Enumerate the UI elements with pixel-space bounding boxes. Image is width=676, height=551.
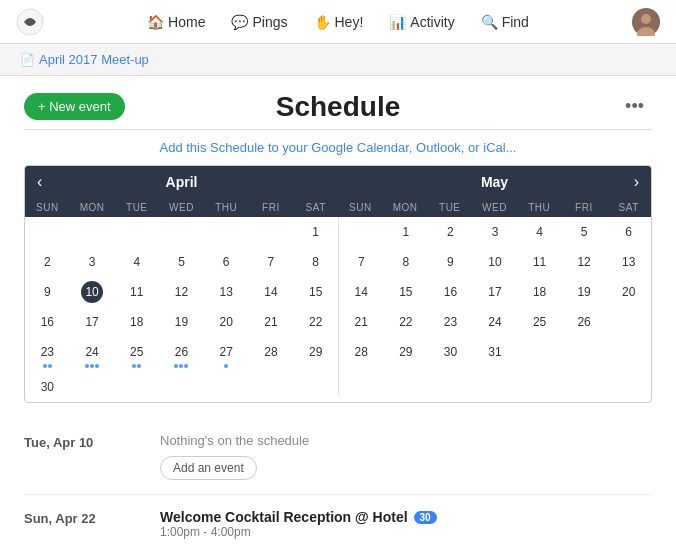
cal-cell-apr14[interactable]: 14 [249,277,294,307]
cal-cell-apr9[interactable]: 9 [25,277,70,307]
cal-cell-may20[interactable]: 20 [606,277,651,307]
cal-cell-may22[interactable]: 22 [384,307,429,337]
cal-cell-apr7[interactable]: 7 [249,247,294,277]
day-mon: MON [383,198,428,217]
cal-cell-empty [562,367,607,395]
day-fri: FRI [562,198,607,217]
cal-cell-apr27[interactable]: 27 [204,337,249,372]
schedule-day-apr22: Sun, Apr 22 Welcome Cocktail Reception @… [24,495,652,551]
next-month-button[interactable]: › [626,171,647,193]
nav-item-pings[interactable]: 💬 Pings [221,8,297,36]
cal-cell-may9[interactable]: 9 [428,247,473,277]
no-events-text: Nothing's on the schedule [160,433,652,448]
cal-cell-may10[interactable]: 10 [473,247,518,277]
cal-cell-apr4[interactable]: 4 [114,247,159,277]
cal-cell-may21[interactable]: 21 [339,307,384,337]
cal-cell-may17[interactable]: 17 [473,277,518,307]
cal-cell-apr15[interactable]: 15 [293,277,338,307]
cal-cell-apr21[interactable]: 21 [249,307,294,337]
cal-cell-apr11[interactable]: 11 [114,277,159,307]
cal-cell-may6[interactable]: 6 [606,217,651,247]
cal-cell-apr17[interactable]: 17 [70,307,115,337]
day-fri: FRI [249,198,294,217]
event-badge-cocktail: 30 [414,511,437,524]
cal-cell-apr25[interactable]: 25 [114,337,159,372]
cal-cell-may30[interactable]: 30 [428,337,473,367]
nav-item-activity[interactable]: 📊 Activity [379,8,464,36]
cal-cell-apr2[interactable]: 2 [25,247,70,277]
breadcrumb-link[interactable]: April 2017 Meet-up [39,52,149,67]
cal-cell-apr28[interactable]: 28 [249,337,294,372]
avatar[interactable] [632,8,660,36]
cal-cell-may18[interactable]: 18 [517,277,562,307]
day-thu: THU [204,198,249,217]
cal-cell-may28[interactable]: 28 [339,337,384,367]
app-logo[interactable] [16,8,44,36]
cal-cell-may25[interactable]: 25 [517,307,562,337]
cal-cell-may23[interactable]: 23 [428,307,473,337]
cal-cell-may8[interactable]: 8 [384,247,429,277]
cal-cell-empty [339,367,384,395]
cal-cell-empty [114,372,159,402]
cal-cell-apr18[interactable]: 18 [114,307,159,337]
cal-cell-may19[interactable]: 19 [562,277,607,307]
cal-cell-empty [159,372,204,402]
cal-cell-apr6[interactable]: 6 [204,247,249,277]
cal-cell-empty [606,307,651,337]
events-apr22: Welcome Cocktail Reception @ Hotel 30 1:… [160,509,652,549]
nav-item-home[interactable]: 🏠 Home [137,8,215,36]
cal-cell-may29[interactable]: 29 [384,337,429,367]
cal-cell-apr20[interactable]: 20 [204,307,249,337]
prev-month-button[interactable]: ‹ [29,171,50,193]
cal-cell-apr22[interactable]: 22 [293,307,338,337]
cal-cell-apr19[interactable]: 19 [159,307,204,337]
may-day-names: SUN MON TUE WED THU FRI SAT [338,198,651,217]
cal-cell-apr26[interactable]: 26 [159,337,204,372]
more-options-button[interactable]: ••• [617,92,652,121]
cal-cell-apr23[interactable]: 23 [25,337,70,372]
cal-cell-apr13[interactable]: 13 [204,277,249,307]
april-month-name: April [166,174,198,190]
cal-cell-may1[interactable]: 1 [384,217,429,247]
calendar-link[interactable]: Add this Schedule to your Google Calenda… [160,140,517,155]
cal-cell-empty [606,367,651,395]
cal-cell-empty [473,367,518,395]
cal-cell-apr8[interactable]: 8 [293,247,338,277]
cal-cell-may31[interactable]: 31 [473,337,518,367]
nav-item-find[interactable]: 🔍 Find [471,8,539,36]
cal-cell-may11[interactable]: 11 [517,247,562,277]
cal-cell-apr30[interactable]: 30 [25,372,70,402]
cal-cell-empty [293,372,338,402]
cal-cell-may5[interactable]: 5 [562,217,607,247]
cal-cell-may15[interactable]: 15 [384,277,429,307]
cal-cell-apr1[interactable]: 1 [293,217,338,247]
cal-cell-empty [428,367,473,395]
cal-cell-may26[interactable]: 26 [562,307,607,337]
may-calendar: May › SUN MON TUE WED THU FRI SAT 1 2 [338,166,651,402]
add-event-button-apr10[interactable]: Add an event [160,456,257,480]
cal-cell-apr29[interactable]: 29 [293,337,338,372]
day-sat: SAT [293,198,338,217]
event-cocktail: Welcome Cocktail Reception @ Hotel 30 1:… [160,509,652,539]
cal-cell-apr16[interactable]: 16 [25,307,70,337]
cal-cell-may7[interactable]: 7 [339,247,384,277]
cal-cell-apr10[interactable]: 10 [70,277,115,307]
april-day-names: SUN MON TUE WED THU FRI SAT [25,198,338,217]
cal-cell-apr3[interactable]: 3 [70,247,115,277]
cal-cell-may3[interactable]: 3 [473,217,518,247]
new-event-button[interactable]: + New event [24,93,125,120]
cal-cell-apr12[interactable]: 12 [159,277,204,307]
cal-cell-may12[interactable]: 12 [562,247,607,277]
cal-cell-apr24[interactable]: 24 [70,337,115,372]
cal-cell-may13[interactable]: 13 [606,247,651,277]
cal-cell-may24[interactable]: 24 [473,307,518,337]
cal-cell-apr5[interactable]: 5 [159,247,204,277]
cal-cell-empty [517,337,562,367]
cal-cell-may4[interactable]: 4 [517,217,562,247]
hey-icon: ✋ [314,14,331,30]
cal-cell-may14[interactable]: 14 [339,277,384,307]
nav-item-hey[interactable]: ✋ Hey! [304,8,374,36]
cal-cell-may16[interactable]: 16 [428,277,473,307]
activity-icon: 📊 [389,14,406,30]
cal-cell-may2[interactable]: 2 [428,217,473,247]
